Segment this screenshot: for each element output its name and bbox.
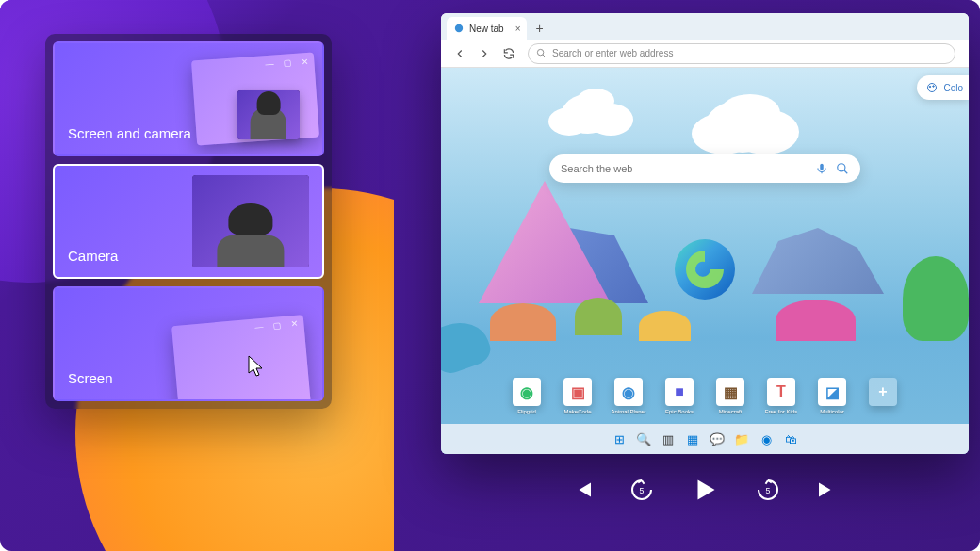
tile-icon: ◪ — [818, 378, 846, 406]
media-controls: 5 5 — [441, 469, 969, 510]
option-screen[interactable]: —▢✕ Screen — [53, 286, 324, 401]
svg-text:5: 5 — [766, 486, 771, 495]
browser-tab[interactable]: New tab × — [447, 17, 527, 40]
forward-5-button[interactable]: 5 — [754, 476, 782, 504]
coloring-button[interactable]: Colo — [917, 75, 969, 100]
window-thumbnail: —▢✕ — [172, 315, 311, 401]
tab-strip: New tab × + — [441, 13, 969, 40]
taskview-icon[interactable]: ▥ — [658, 429, 678, 449]
option-label: Camera — [68, 248, 118, 264]
svg-point-3 — [930, 86, 932, 88]
coloring-label: Colo — [943, 83, 963, 93]
forward-button[interactable] — [473, 42, 496, 65]
start-icon[interactable]: ⊞ — [609, 429, 629, 449]
quick-link-tile[interactable]: ■Epic Books — [661, 378, 698, 414]
quick-link-tile[interactable]: ◉Flipgrid — [508, 378, 546, 414]
recording-mode-panel: —▢✕ Screen and camera Camera —▢✕ Scr — [45, 34, 332, 409]
quick-link-tile[interactable]: ▦Minecraft — [711, 378, 749, 414]
browser-toolbar: Search or enter web address — [441, 40, 969, 68]
option-label: Screen and camera — [68, 125, 191, 141]
new-tab-button[interactable]: + — [531, 19, 549, 38]
tab-title: New tab — [469, 24, 504, 34]
skip-forward-button[interactable] — [814, 476, 842, 504]
mic-icon[interactable] — [815, 162, 828, 175]
tile-icon: ▣ — [564, 378, 592, 406]
play-button[interactable] — [688, 473, 722, 507]
address-bar-placeholder: Search or enter web address — [552, 48, 673, 58]
quick-link-tile[interactable]: ▣MakeCode — [559, 378, 596, 414]
tile-icon: T — [767, 378, 795, 406]
skip-back-button[interactable] — [567, 476, 596, 504]
tile-icon: ▦ — [716, 378, 744, 406]
rewind-5-button[interactable]: 5 — [628, 476, 656, 504]
windows-taskbar[interactable]: ⊞🔍▥▦💬📁◉🛍 — [441, 424, 969, 454]
web-search-input[interactable] — [561, 163, 808, 174]
camera-thumbnail — [237, 90, 300, 139]
search-icon[interactable] — [836, 162, 849, 175]
search-icon[interactable]: 🔍 — [633, 429, 654, 449]
add-quick-link-button[interactable]: + — [864, 378, 902, 414]
background-characters — [441, 237, 969, 341]
background-cloud — [562, 94, 614, 134]
tile-label: Minecraft — [719, 409, 743, 414]
close-tab-icon[interactable]: × — [515, 24, 521, 34]
store-icon[interactable]: 🛍 — [780, 429, 801, 449]
new-tab-page: Colo — [441, 68, 969, 454]
option-camera[interactable]: Camera — [53, 164, 324, 279]
tile-icon: ◉ — [614, 378, 643, 406]
web-search-box[interactable] — [549, 154, 860, 183]
chat-icon[interactable]: 💬 — [707, 429, 727, 449]
tile-label: Multicolor — [820, 409, 844, 414]
widgets-icon[interactable]: ▦ — [682, 429, 703, 449]
tile-label: Epic Books — [665, 409, 694, 414]
svg-point-4 — [933, 86, 935, 88]
svg-rect-5 — [820, 164, 824, 170]
cursor-icon — [247, 354, 266, 379]
quick-link-tile[interactable]: ◉Animal Planet — [610, 378, 647, 414]
back-button[interactable] — [449, 42, 471, 65]
tile-label: MakeCode — [564, 409, 591, 414]
svg-point-1 — [537, 49, 543, 55]
quick-link-tile[interactable]: TFree for Kids — [762, 378, 800, 414]
explorer-icon[interactable]: 📁 — [731, 429, 752, 449]
tile-label: Animal Planet — [611, 409, 645, 414]
address-bar[interactable]: Search or enter web address — [528, 43, 956, 64]
tile-icon: ◉ — [513, 378, 541, 406]
quick-links-row: ◉Flipgrid▣MakeCode◉Animal Planet■Epic Bo… — [508, 378, 902, 414]
edge-browser-window: New tab × + Search or enter web address — [441, 13, 969, 454]
option-screen-and-camera[interactable]: —▢✕ Screen and camera — [53, 41, 324, 156]
svg-point-6 — [838, 164, 845, 171]
tile-label: Free for Kids — [765, 409, 797, 414]
background-cloud — [705, 100, 780, 153]
svg-point-2 — [928, 84, 937, 92]
edge-icon[interactable]: ◉ — [756, 429, 776, 449]
edge-icon — [454, 24, 464, 33]
tile-icon: ■ — [665, 378, 694, 406]
svg-point-0 — [455, 24, 463, 32]
option-label: Screen — [68, 370, 113, 386]
svg-text:5: 5 — [640, 486, 645, 495]
quick-link-tile[interactable]: ◪Multicolor — [813, 378, 851, 414]
camera-thumbnail — [192, 175, 309, 267]
tile-label: Flipgrid — [517, 409, 536, 414]
plus-icon: + — [869, 378, 897, 406]
search-icon — [536, 48, 547, 58]
refresh-button[interactable] — [498, 42, 520, 65]
palette-icon — [926, 82, 938, 93]
